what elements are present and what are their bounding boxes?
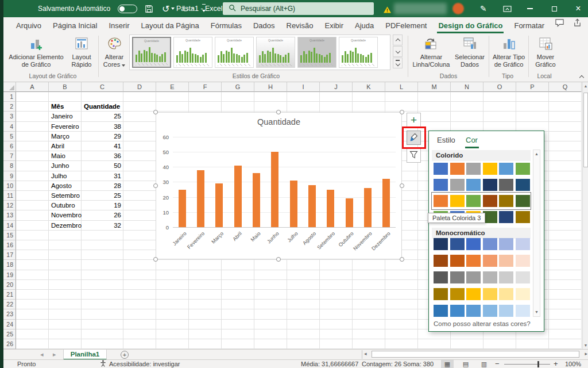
column-header-P[interactable]: P (516, 82, 549, 92)
change-chart-type-button[interactable]: Alterar Tipo de Gráfico (491, 35, 527, 71)
cell-quantity[interactable]: 26 (82, 210, 123, 220)
selection-handle[interactable] (276, 110, 281, 114)
column-header-B[interactable]: B (49, 82, 82, 92)
move-chart-button[interactable]: Mover Gráfico (531, 35, 560, 71)
row-header-17[interactable]: 17 (3, 250, 16, 260)
column-header-N[interactable]: N (451, 82, 483, 92)
row-header-3[interactable]: 3 (3, 112, 16, 121)
zoom-out-button[interactable]: − (495, 359, 500, 368)
cell-month[interactable]: Dezembro (49, 221, 82, 231)
cell-quantity[interactable]: 50 (82, 161, 123, 171)
share-icon[interactable] (572, 18, 582, 29)
undo-button[interactable]: ↺ (162, 0, 175, 17)
chart-filters-button[interactable] (407, 148, 421, 163)
redo-button[interactable]: ↻ (181, 0, 194, 17)
cell-month[interactable]: Outubro (49, 201, 82, 210)
cell-header-quantidade[interactable]: Quantidade (82, 102, 123, 112)
row-header-11[interactable]: 11 (3, 191, 16, 201)
select-all-corner[interactable] (3, 82, 16, 92)
tab-design-do-gr-fico[interactable]: Design do Gráfico (432, 17, 508, 33)
chart-style-thumbnail-6[interactable]: Quantidade (339, 37, 378, 68)
selection-handle[interactable] (400, 257, 404, 262)
gallery-scroll-up[interactable] (393, 34, 403, 45)
add-chart-element-button[interactable]: Adicionar Elemento de Gráfico (7, 35, 65, 71)
change-colors-button[interactable]: Alterar Cores (100, 35, 129, 71)
column-header-E[interactable]: E (156, 82, 189, 92)
row-header-22[interactable]: 22 (3, 300, 16, 309)
column-header-L[interactable]: L (385, 82, 418, 92)
vertical-scroll-thumb[interactable] (583, 93, 588, 167)
horizontal-scroll-thumb[interactable] (372, 351, 579, 358)
zoom-slider[interactable] (504, 364, 550, 365)
row-header-7[interactable]: 7 (3, 151, 16, 161)
row-header-1[interactable]: 1 (3, 92, 16, 102)
panel-tab-style[interactable]: Estilo (437, 136, 455, 144)
autosave-toggle[interactable] (118, 0, 137, 17)
row-header-23[interactable]: 23 (3, 309, 16, 319)
row-header-21[interactable]: 21 (3, 290, 16, 300)
cell-month[interactable]: Julho (49, 171, 82, 181)
row-header-25[interactable]: 25 (3, 329, 16, 339)
selection-handle[interactable] (153, 110, 158, 114)
hscroll-left-arrow[interactable]: ◂ (364, 351, 367, 356)
panel-scroll-up[interactable]: ▲ (533, 150, 540, 158)
row-header-12[interactable]: 12 (3, 201, 16, 210)
close-button[interactable]: × (568, 0, 588, 17)
column-header-A[interactable]: A (16, 82, 49, 92)
cell-quantity[interactable]: 25 (82, 191, 123, 201)
row-header-16[interactable]: 16 (3, 240, 16, 250)
column-header-D[interactable]: D (123, 82, 156, 92)
pen-icon[interactable]: ✎ (480, 0, 487, 17)
comments-icon[interactable] (555, 18, 564, 29)
selection-handle[interactable] (153, 183, 158, 188)
accessibility-status[interactable]: Acessibilidade: investigar (109, 361, 180, 367)
row-header-13[interactable]: 13 (3, 210, 16, 220)
column-header-H[interactable]: H (254, 82, 287, 92)
row-header-20[interactable]: 20 (3, 280, 16, 290)
sheet-nav-left-arrow[interactable]: ◂ (40, 351, 44, 358)
row-header-18[interactable]: 18 (3, 260, 16, 270)
collapse-ribbon-icon[interactable] (580, 71, 583, 82)
mono-palette-5[interactable] (434, 305, 530, 317)
new-sheet-button[interactable]: + (121, 351, 129, 359)
selection-handle[interactable] (400, 183, 404, 188)
vertical-scrollbar[interactable]: ▲ ▼ (582, 82, 588, 350)
customize-toolbar-icon[interactable] (202, 0, 206, 17)
select-data-button[interactable]: Selecionar Dados (452, 35, 487, 71)
chart-style-thumbnail-3[interactable]: Quantidade (215, 37, 254, 68)
gallery-more-button[interactable] (393, 57, 403, 68)
colorful-palette-3[interactable] (434, 195, 530, 207)
column-header-G[interactable]: G (222, 82, 254, 92)
page-break-view-icon[interactable]: ▥ (478, 360, 490, 368)
cell-month[interactable]: Janeiro (49, 112, 82, 121)
row-header-26[interactable]: 26 (3, 339, 16, 349)
bar-chart[interactable]: Quantidade 0102030405060JaneiroFevereiro… (156, 112, 402, 259)
change-colors-help-link[interactable]: Como posso alterar estas cores? (434, 320, 531, 327)
cell-header-mes[interactable]: Mês (49, 102, 82, 112)
column-header-M[interactable]: M (418, 82, 451, 92)
ribbon-display-options-icon[interactable] (503, 0, 512, 17)
cell-quantity[interactable]: 38 (82, 122, 123, 132)
tab-inserir[interactable]: Inserir (103, 17, 135, 33)
row-header-4[interactable]: 4 (3, 122, 16, 132)
panel-tab-color[interactable]: Cor (466, 136, 478, 144)
row-header-10[interactable]: 10 (3, 181, 16, 191)
cell-month[interactable]: Março (49, 132, 82, 141)
cell-month[interactable]: Setembro (49, 191, 82, 201)
cell-month[interactable]: Novembro (49, 210, 82, 220)
chart-style-thumbnail-2[interactable]: Quantidade (173, 37, 212, 68)
selection-handle[interactable] (400, 110, 404, 114)
tab-formatar[interactable]: Formatar (508, 17, 550, 33)
cell-quantity[interactable]: 32 (82, 221, 123, 231)
row-header-15[interactable]: 15 (3, 231, 16, 240)
mono-palette-1[interactable] (434, 238, 530, 250)
column-header-I[interactable]: I (287, 82, 320, 92)
panel-scrollbar[interactable]: ▲ ▼ (533, 150, 540, 317)
cell-quantity[interactable]: 19 (82, 201, 123, 210)
column-header-J[interactable]: J (320, 82, 353, 92)
user-name-blurred[interactable] (394, 3, 447, 14)
cell-quantity[interactable]: 36 (82, 151, 123, 161)
search-input[interactable]: Pesquisar (Alt+G) (223, 2, 374, 15)
page-layout-view-icon[interactable]: ▤ (459, 360, 472, 368)
scroll-down-arrow[interactable]: ▼ (583, 342, 588, 350)
